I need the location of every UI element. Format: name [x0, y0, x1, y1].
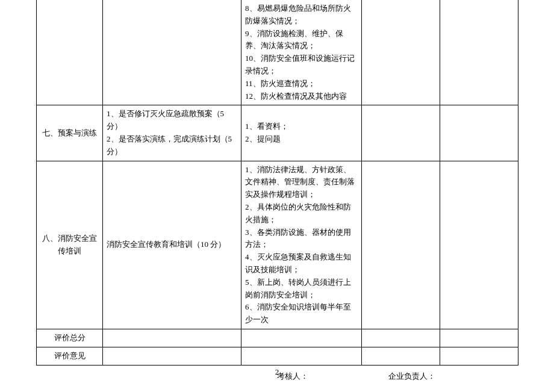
cell-empty — [362, 347, 440, 365]
cell-empty — [241, 329, 362, 347]
cell-method: 1、消防法律法规、方针政策、文件精神、管理制度、责任制落实及操作规程培训；2、具… — [241, 161, 362, 329]
cell-empty — [440, 329, 518, 347]
cell-item: 1、是否修订灭火应急疏散预案（5 分）2、是否落实演练，完成演练计划（5 分） — [103, 105, 241, 161]
table-row-total: 评价总分 — [37, 329, 518, 347]
cell-score — [362, 0, 440, 105]
cell-remark — [440, 0, 518, 105]
cell-opinion-label: 评价意见 — [37, 347, 103, 365]
cell-empty — [241, 347, 362, 365]
cell-category: 七、预案与演练 — [37, 105, 103, 161]
table-row-opinion: 评价意见 — [37, 347, 518, 365]
cell-empty — [103, 347, 241, 365]
cell-item: 消防安全宣传教育和培训（10 分） — [103, 161, 241, 329]
cell-remark — [440, 161, 518, 329]
cell-empty — [103, 329, 241, 347]
assessment-table: 8、易燃易爆危险品和场所防火防爆落实情况；9、消防设施检测、维护、保养、淘汰落实… — [36, 0, 518, 366]
cell-score — [362, 161, 440, 329]
table-row: 8、易燃易爆危险品和场所防火防爆落实情况；9、消防设施检测、维护、保养、淘汰落实… — [37, 0, 518, 105]
cell-empty — [440, 347, 518, 365]
cell-item — [103, 0, 241, 105]
table-row: 八、消防安全宣传培训 消防安全宣传教育和培训（10 分） 1、消防法律法规、方针… — [37, 161, 518, 329]
cell-empty — [362, 329, 440, 347]
table-row: 七、预案与演练 1、是否修订灭火应急疏散预案（5 分）2、是否落实演练，完成演练… — [37, 105, 518, 161]
cell-method: 1、看资料；2、提问题 — [241, 105, 362, 161]
cell-category: 八、消防安全宣传培训 — [37, 161, 103, 329]
cell-remark — [440, 105, 518, 161]
cell-score — [362, 105, 440, 161]
cell-method: 8、易燃易爆危险品和场所防火防爆落实情况；9、消防设施检测、维护、保养、淘汰落实… — [241, 0, 362, 105]
cell-category — [37, 0, 103, 105]
document-page: 8、易燃易爆危险品和场所防火防爆落实情况；9、消防设施检测、维护、保养、淘汰落实… — [0, 0, 554, 382]
cell-total-label: 评价总分 — [37, 329, 103, 347]
page-number: 2 — [0, 367, 554, 377]
